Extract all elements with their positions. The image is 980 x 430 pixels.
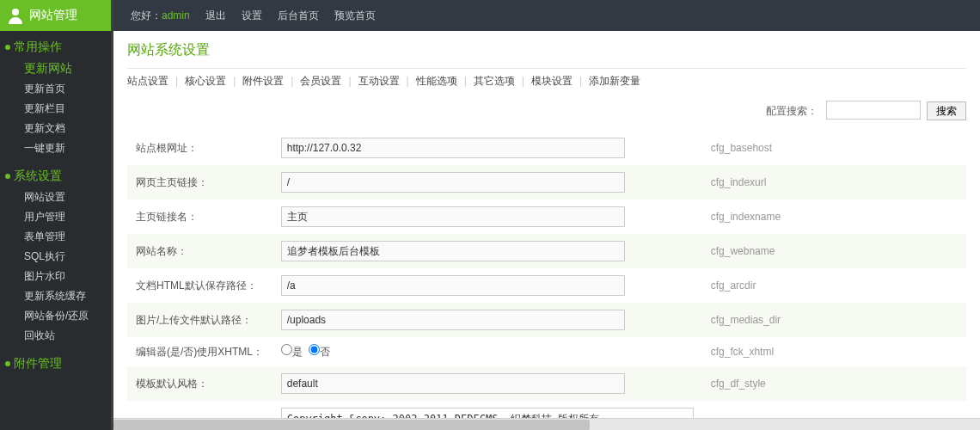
radio-label: 是 — [292, 346, 303, 358]
field-input-cell — [273, 366, 702, 401]
field-variable: cfg_powerby — [702, 401, 966, 418]
sidebar-item[interactable]: 更新栏目 — [14, 99, 111, 119]
tab-separator: | — [522, 75, 524, 87]
text-input[interactable] — [281, 310, 625, 330]
sidebar-item[interactable]: 更新文档 — [14, 119, 111, 138]
sidebar-group-title[interactable]: 系统设置 — [14, 165, 111, 187]
text-input[interactable] — [281, 373, 625, 394]
table-row: 网站版权信息：cfg_powerby — [127, 401, 966, 418]
sidebar-item[interactable]: SQL执行 — [14, 247, 111, 267]
radio-label: 否 — [320, 346, 330, 358]
field-variable: cfg_fck_xhtml — [702, 337, 966, 366]
tab-separator: | — [348, 75, 351, 87]
sidebar-item[interactable]: 一键更新 — [14, 138, 111, 158]
table-row: 文档HTML默认保存路径：cfg_arcdir — [127, 268, 966, 303]
horizontal-scrollbar[interactable] — [113, 418, 980, 430]
field-label: 文档HTML默认保存路径： — [127, 268, 273, 303]
sidebar-group-title[interactable]: 常用操作 — [14, 36, 111, 58]
textarea-input[interactable] — [281, 408, 694, 418]
sidebar-item[interactable]: 更新网站 — [14, 58, 111, 79]
preview-home-link[interactable]: 预览首页 — [334, 9, 376, 23]
tab[interactable]: 站点设置 — [127, 75, 168, 87]
tabs: 站点设置|核心设置|附件设置|会员设置|互动设置|性能选项|其它选项|模块设置|… — [127, 68, 966, 95]
field-input-cell — [273, 303, 702, 337]
logout-link[interactable]: 退出 — [205, 9, 226, 23]
sidebar-item[interactable]: 网站设置 — [14, 187, 111, 207]
search-label: 配置搜索： — [766, 105, 818, 117]
settings-table: 站点根网址：cfg_basehost网页主页链接：cfg_indexurl主页链… — [127, 131, 966, 418]
field-variable: cfg_medias_dir — [702, 303, 966, 337]
logo-bar: 网站管理 — [0, 0, 111, 31]
tab-separator: | — [291, 75, 293, 87]
field-label: 网站名称： — [127, 234, 273, 268]
tab-separator: | — [464, 75, 467, 87]
text-input[interactable] — [281, 241, 625, 261]
settings-link[interactable]: 设置 — [242, 9, 262, 23]
tab[interactable]: 互动设置 — [358, 75, 400, 87]
radio-input[interactable] — [281, 344, 292, 355]
table-row: 网页主页链接：cfg_indexurl — [127, 165, 966, 200]
sidebar-item[interactable]: 表单管理 — [14, 227, 111, 247]
field-label: 网站版权信息： — [127, 401, 273, 418]
sidebar-item[interactable]: 用户管理 — [14, 207, 111, 227]
field-variable: cfg_indexurl — [702, 165, 966, 200]
tab[interactable]: 会员设置 — [300, 75, 341, 87]
tab[interactable]: 添加新变量 — [589, 75, 640, 87]
table-row: 主页链接名：cfg_indexname — [127, 200, 966, 234]
sidebar-item[interactable]: 回收站 — [14, 326, 111, 346]
tab-separator: | — [579, 75, 582, 87]
admin-home-link[interactable]: 后台首页 — [278, 9, 319, 23]
text-input[interactable] — [281, 275, 625, 296]
page-title: 网站系统设置 — [127, 41, 966, 61]
field-variable: cfg_arcdir — [702, 268, 966, 303]
field-input-cell — [273, 131, 702, 165]
field-label: 模板默认风格： — [127, 366, 273, 401]
field-input-cell: 是 否 — [273, 337, 702, 366]
sidebar: 网站管理 常用操作更新网站更新首页更新栏目更新文档一键更新系统设置网站设置用户管… — [0, 0, 113, 430]
field-label: 网页主页链接： — [127, 165, 273, 200]
user-icon — [7, 7, 24, 24]
topbar: 您好：admin 退出 设置 后台首页 预览首页 — [113, 0, 980, 31]
tab-separator: | — [175, 75, 178, 87]
search-button[interactable]: 搜索 — [927, 101, 966, 120]
svg-point-0 — [12, 9, 19, 15]
text-input[interactable] — [281, 172, 625, 193]
tab[interactable]: 其它选项 — [474, 75, 515, 87]
field-label: 站点根网址： — [127, 131, 273, 165]
scrollbar-thumb[interactable] — [113, 420, 590, 430]
username: admin — [162, 9, 190, 22]
field-input-cell — [273, 234, 702, 268]
field-input-cell — [273, 401, 702, 418]
sidebar-item[interactable]: 图片水印 — [14, 267, 111, 286]
content: 网站系统设置 站点设置|核心设置|附件设置|会员设置|互动设置|性能选项|其它选… — [113, 31, 980, 418]
table-row: 站点根网址：cfg_basehost — [127, 131, 966, 165]
tab[interactable]: 附件设置 — [242, 75, 284, 87]
sidebar-item[interactable]: 更新系统缓存 — [14, 286, 111, 306]
search-input[interactable] — [826, 101, 921, 120]
tab[interactable]: 性能选项 — [416, 75, 457, 87]
app-title: 网站管理 — [29, 8, 77, 23]
field-label: 图片/上传文件默认路径： — [127, 303, 273, 337]
tab[interactable]: 模块设置 — [531, 75, 573, 87]
main: 您好：admin 退出 设置 后台首页 预览首页 网站系统设置 站点设置|核心设… — [113, 0, 980, 430]
tab[interactable]: 核心设置 — [185, 75, 226, 87]
table-row: 编辑器(是/否)使用XHTML：是 否 cfg_fck_xhtml — [127, 337, 966, 366]
table-row: 图片/上传文件默认路径：cfg_medias_dir — [127, 303, 966, 337]
field-label: 主页链接名： — [127, 200, 273, 234]
text-input[interactable] — [281, 206, 625, 227]
sidebar-item[interactable]: 网站备份/还原 — [14, 306, 111, 326]
field-variable: cfg_df_style — [702, 366, 966, 401]
field-variable: cfg_indexname — [702, 200, 966, 234]
greeting: 您好：admin — [131, 9, 190, 23]
sidebar-group-title[interactable]: 附件管理 — [14, 353, 111, 375]
field-variable: cfg_webname — [702, 234, 966, 268]
table-row: 网站名称：cfg_webname — [127, 234, 966, 268]
tab-separator: | — [233, 75, 236, 87]
table-row: 模板默认风格：cfg_df_style — [127, 366, 966, 401]
text-input[interactable] — [281, 138, 625, 158]
field-input-cell — [273, 165, 702, 200]
tab-separator: | — [407, 75, 409, 87]
sidebar-item[interactable]: 更新首页 — [14, 79, 111, 99]
field-input-cell — [273, 268, 702, 303]
radio-input[interactable] — [309, 344, 320, 355]
